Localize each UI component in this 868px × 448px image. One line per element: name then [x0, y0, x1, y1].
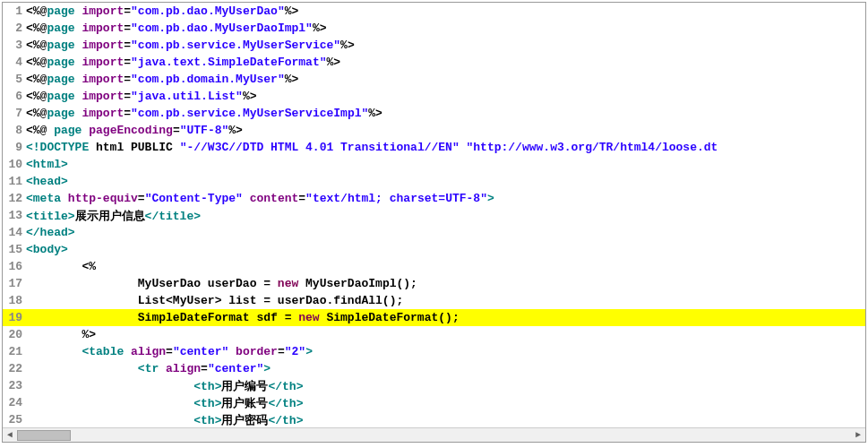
code-line[interactable]: 11<head> [3, 173, 865, 190]
code-line[interactable]: 15<body> [3, 241, 865, 258]
code-line[interactable]: 14</head> [3, 224, 865, 241]
line-number: 21 [3, 345, 26, 358]
line-number: 2 [3, 22, 26, 35]
line-content: <%@page import="java.util.List"%> [26, 90, 865, 103]
line-content: <body> [26, 243, 865, 256]
code-line[interactable]: 2<%@page import="com.pb.dao.MyUserDaoImp… [3, 20, 865, 37]
line-content: <head> [26, 175, 865, 188]
line-content: <th>用户密码</th> [26, 412, 865, 428]
code-line[interactable]: 4<%@page import="java.text.SimpleDateFor… [3, 54, 865, 71]
code-line[interactable]: 1<%@page import="com.pb.dao.MyUserDao"%> [3, 3, 865, 20]
code-line[interactable]: 12<meta http-equiv="Content-Type" conten… [3, 190, 865, 207]
line-number: 25 [3, 413, 26, 426]
code-line[interactable]: 5<%@page import="com.pb.domain.MyUser"%> [3, 71, 865, 88]
line-content: <%@page import="com.pb.dao.MyUserDao"%> [26, 4, 865, 18]
line-content: <tr align="center"> [26, 362, 865, 375]
code-line[interactable]: 10<html> [3, 156, 865, 173]
line-number: 20 [3, 328, 26, 341]
code-line[interactable]: 22 <tr align="center"> [3, 360, 865, 377]
horizontal-scrollbar[interactable]: ◄ ► [3, 427, 865, 442]
line-number: 19 [3, 311, 26, 324]
code-line[interactable]: 3<%@page import="com.pb.service.MyUserSe… [3, 37, 865, 54]
line-content: <%@page import="java.text.SimpleDateForm… [26, 56, 865, 69]
line-number: 16 [3, 260, 26, 273]
code-line[interactable]: 8<%@ page pageEncoding="UTF-8"%> [3, 122, 865, 139]
code-line[interactable]: 19 SimpleDateFormat sdf = new SimpleDate… [3, 309, 865, 326]
code-line[interactable]: 25 <th>用户密码</th> [3, 411, 865, 428]
code-line[interactable]: 17 MyUserDao userDao = new MyUserDaoImpl… [3, 275, 865, 292]
line-number: 17 [3, 277, 26, 290]
line-number: 12 [3, 192, 26, 205]
line-content: <th>用户账号</th> [26, 395, 865, 411]
code-lines: 1<%@page import="com.pb.dao.MyUserDao"%>… [3, 3, 865, 428]
line-number: 1 [3, 4, 26, 18]
code-line[interactable]: 21 <table align="center" border="2"> [3, 343, 865, 360]
line-content: <%@ page pageEncoding="UTF-8"%> [26, 124, 865, 137]
line-number: 23 [3, 379, 26, 392]
line-content: <%@page import="com.pb.service.MyUserSer… [26, 107, 865, 120]
line-number: 3 [3, 39, 26, 52]
line-number: 22 [3, 362, 26, 375]
line-content: </head> [26, 226, 865, 239]
line-content: <meta http-equiv="Content-Type" content=… [26, 192, 865, 205]
line-number: 15 [3, 243, 26, 256]
code-line[interactable]: 7<%@page import="com.pb.service.MyUserSe… [3, 105, 865, 122]
line-content: <!DOCTYPE html PUBLIC "-//W3C//DTD HTML … [26, 141, 865, 154]
scroll-right-arrow[interactable]: ► [851, 428, 865, 443]
line-number: 7 [3, 107, 26, 120]
code-line[interactable]: 6<%@page import="java.util.List"%> [3, 88, 865, 105]
line-number: 6 [3, 90, 26, 103]
line-content: MyUserDao userDao = new MyUserDaoImpl(); [26, 277, 865, 290]
line-content: %> [26, 328, 865, 341]
code-editor[interactable]: 1<%@page import="com.pb.dao.MyUserDao"%>… [2, 2, 866, 443]
line-content: <% [26, 260, 865, 273]
code-line[interactable]: 13<title>展示用户信息</title> [3, 207, 865, 224]
line-number: 14 [3, 226, 26, 239]
line-content: <title>展示用户信息</title> [26, 208, 865, 224]
code-line[interactable]: 20 %> [3, 326, 865, 343]
line-content: <table align="center" border="2"> [26, 345, 865, 358]
line-number: 4 [3, 56, 26, 69]
scroll-track[interactable] [17, 428, 851, 443]
line-content: SimpleDateFormat sdf = new SimpleDateFor… [26, 311, 865, 324]
line-content: <%@page import="com.pb.service.MyUserSer… [26, 39, 865, 52]
code-line[interactable]: 18 List<MyUser> list = userDao.findAll()… [3, 292, 865, 309]
line-number: 11 [3, 175, 26, 188]
line-content: <%@page import="com.pb.domain.MyUser"%> [26, 73, 865, 86]
code-line[interactable]: 24 <th>用户账号</th> [3, 394, 865, 411]
scroll-left-arrow[interactable]: ◄ [3, 428, 17, 443]
line-number: 24 [3, 396, 26, 409]
line-content: <th>用户编号</th> [26, 378, 865, 394]
line-content: <html> [26, 158, 865, 171]
line-number: 13 [3, 209, 26, 222]
line-number: 5 [3, 73, 26, 86]
line-number: 18 [3, 294, 26, 307]
line-content: <%@page import="com.pb.dao.MyUserDaoImpl… [26, 22, 865, 35]
line-number: 9 [3, 141, 26, 154]
line-number: 10 [3, 158, 26, 171]
line-content: List<MyUser> list = userDao.findAll(); [26, 294, 865, 307]
scroll-thumb[interactable] [17, 430, 71, 441]
code-line[interactable]: 9<!DOCTYPE html PUBLIC "-//W3C//DTD HTML… [3, 139, 865, 156]
line-number: 8 [3, 124, 26, 137]
code-line[interactable]: 16 <% [3, 258, 865, 275]
code-line[interactable]: 23 <th>用户编号</th> [3, 377, 865, 394]
